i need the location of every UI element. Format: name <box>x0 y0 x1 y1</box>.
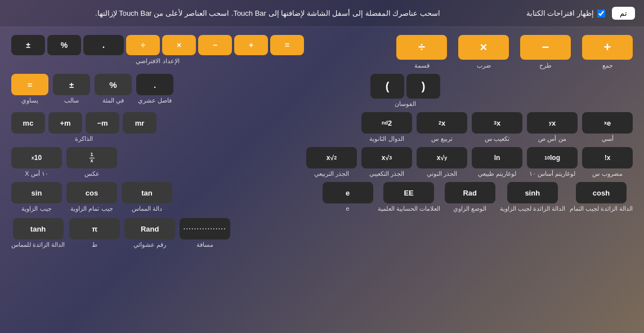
rand-button[interactable]: Rand <box>124 218 175 239</box>
add-button[interactable]: + <box>582 35 633 60</box>
yroot-button[interactable]: y√x <box>417 147 467 168</box>
xy-button[interactable]: xy <box>527 112 578 134</box>
x3-button[interactable]: x3 <box>472 112 522 134</box>
rad-button[interactable]: Rad <box>445 182 495 203</box>
e-button[interactable]: e <box>323 182 373 203</box>
xy-label: من أس ص <box>538 135 566 143</box>
sqrt-cell: 2√x الجذر التربيعي <box>306 147 357 177</box>
preset-buttons-row: = + − × ÷ . % ± <box>11 35 304 55</box>
cbrt-cell: 3√x الجذر التكعيبي <box>361 147 412 177</box>
sin-button[interactable]: sin <box>11 182 62 203</box>
close-paren-button[interactable]: ) <box>370 74 404 99</box>
yroot-label: الجذر النوني <box>427 170 457 177</box>
rad-cell: Rad الوضع الزاوي <box>445 182 495 212</box>
done-button[interactable]: تم <box>612 7 635 20</box>
tanh-button[interactable]: tanh <box>13 218 64 239</box>
x3-cell: x3 تكعيب س <box>472 112 522 143</box>
divide-button[interactable]: ÷ <box>396 35 447 60</box>
row-2: ( ) الفوسان . فاصل عشري % في المئة ± سال… <box>11 74 633 108</box>
ee-button[interactable]: EE <box>383 182 434 203</box>
add-item: + جمع <box>582 35 633 69</box>
basic-ops: + جمع − طرح × ضرب ÷ قسمة <box>304 35 633 69</box>
2nd-label: الدوال الثانوية <box>369 135 404 143</box>
tan-button[interactable]: tan <box>122 182 172 203</box>
calc-grid: ( ) الفوسان . فاصل عشري % في المئة ± سال… <box>11 74 633 248</box>
preset-plusminus[interactable]: ± <box>11 35 45 55</box>
cosh-cell: cosh الدالة الزائدة لجيب التمام <box>570 182 633 212</box>
reciprocal-label: عكس <box>84 170 100 177</box>
mplus-cell: m+ <box>48 112 82 134</box>
subtract-item: − طرح <box>520 35 571 69</box>
space-label: مسافة <box>196 241 213 248</box>
mc-cell: mc <box>11 112 45 134</box>
sinh-cell: sinh الدالة الزائدة لجيب الزاوية <box>500 182 565 212</box>
sinh-button[interactable]: sinh <box>507 182 558 203</box>
reciprocal-button[interactable]: 1x <box>66 147 117 168</box>
tan-cell: tan دالة المماس <box>122 182 172 212</box>
mr-button[interactable]: mr <box>123 112 156 134</box>
cbrt-button[interactable]: 3√x <box>361 147 412 168</box>
tan-label: دالة المماس <box>132 205 162 212</box>
x2-button[interactable]: x2 <box>417 112 467 134</box>
open-paren-button[interactable]: ( <box>406 74 440 99</box>
reciprocal-cell: 1x عكس <box>66 147 117 177</box>
tanh-cell: tanh الدالة الزائدة للمماس <box>11 218 65 248</box>
ln-button[interactable]: ln <box>472 147 522 168</box>
decimal-label: فاصل عشري <box>138 97 172 104</box>
row-4: x! مضروب س log10 لوغاريتم أساس ١٠ ln لوغ… <box>11 147 633 177</box>
cosh-label: الدالة الزائدة لجيب التمام <box>570 205 633 212</box>
top-row: + جمع − طرح × ضرب ÷ قسمة = + − × <box>11 35 633 69</box>
space-button[interactable]: ················ <box>180 218 230 239</box>
parens-group: ( ) الفوسان <box>370 74 440 108</box>
multiply-item: × ضرب <box>458 35 509 69</box>
equals-button[interactable]: = <box>11 74 48 95</box>
plusminus-button[interactable]: ± <box>53 74 90 95</box>
e-label: e <box>346 205 349 212</box>
factorial-label: مضروب س <box>592 170 622 177</box>
subtract-label: طرح <box>539 62 552 69</box>
checkbox-text: إظهار اقتراحات الكتابة <box>526 9 594 17</box>
plusminus-cell: ± سالب <box>53 74 90 108</box>
preset-multiply[interactable]: × <box>162 35 196 55</box>
preset-divide[interactable]: ÷ <box>126 35 160 55</box>
divide-label: قسمة <box>414 62 430 69</box>
top-bar-title: اسحب عناصرك المفضلة إلى أسفل الشاشة لإضا… <box>9 9 526 17</box>
preset-minus[interactable]: − <box>198 35 232 55</box>
pi-button[interactable]: π <box>69 218 120 239</box>
multiply-label: ضرب <box>477 62 491 69</box>
mc-button[interactable]: mc <box>11 112 45 134</box>
sin-cell: sin جيب الزاوية <box>11 182 62 212</box>
decimal-button[interactable]: . <box>136 74 173 95</box>
sqrt-button[interactable]: 2√x <box>306 147 357 168</box>
preset-dot[interactable]: . <box>83 35 124 55</box>
yroot-cell: y√x الجذر النوني <box>417 147 467 177</box>
10x-cell: 10x ١٠ أس X <box>11 147 62 177</box>
multiply-button[interactable]: × <box>458 35 509 60</box>
ex-button[interactable]: ex <box>582 112 633 134</box>
rad-label: الوضع الزاوي <box>453 205 486 212</box>
factorial-button[interactable]: x! <box>582 147 633 168</box>
equals-label: يساوي <box>21 97 38 104</box>
writing-suggestions-checkbox[interactable] <box>597 10 605 17</box>
pi-label: ط <box>92 241 97 248</box>
ex-cell: ex أسي <box>582 112 633 143</box>
subtract-button[interactable]: − <box>520 35 571 60</box>
preset-percent[interactable]: % <box>47 35 81 55</box>
cos-button[interactable]: cos <box>66 182 117 203</box>
2nd-button[interactable]: 2nd <box>361 112 412 134</box>
percent-button[interactable]: % <box>95 74 132 95</box>
top-bar-left: تم إظهار اقتراحات الكتابة <box>526 7 635 20</box>
mplus-button[interactable]: m+ <box>48 112 82 134</box>
cosh-button[interactable]: cosh <box>576 182 627 203</box>
preset-equals[interactable]: = <box>270 35 304 55</box>
10x-button[interactable]: 10x <box>11 147 62 168</box>
ex-label: أسي <box>602 135 614 143</box>
x3-label: تكعيب س <box>485 135 509 143</box>
mminus-button[interactable]: m− <box>86 112 119 134</box>
rand-label: رقم عشوائي <box>133 241 166 248</box>
log10-button[interactable]: log10 <box>527 147 578 168</box>
preset-label: الإعداد الافتراضي <box>136 57 179 65</box>
checkbox-label[interactable]: إظهار اقتراحات الكتابة <box>526 9 605 17</box>
ee-label: العلامات الحسابية العلمية <box>378 205 440 212</box>
preset-add[interactable]: + <box>234 35 268 55</box>
